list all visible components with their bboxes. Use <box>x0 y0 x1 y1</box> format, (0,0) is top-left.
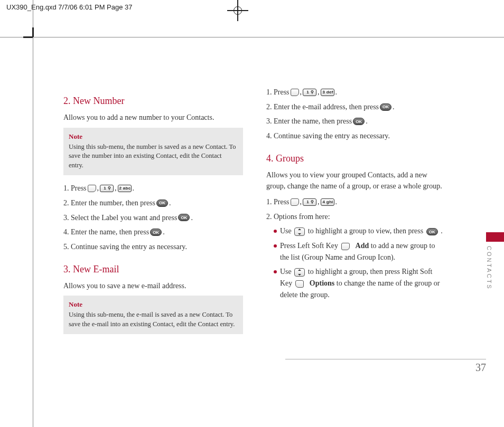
step: 1. Press , 1 ⚲ , 2 abc . <box>63 183 243 194</box>
step-text: 2. Options from here: <box>266 211 330 223</box>
nav-key-icon <box>294 227 305 236</box>
note-box: Note Using this sub-menu, the number is … <box>63 128 243 176</box>
page-number: 37 <box>285 359 486 374</box>
note-title: Note <box>69 300 238 309</box>
ok-key-icon: OK <box>150 229 162 236</box>
step-text: . <box>169 197 171 209</box>
step-text: 1. Press <box>266 87 290 98</box>
bullet-text: . <box>441 227 443 235</box>
column-left: 2. New Number Allows you to add a new nu… <box>63 84 243 341</box>
side-tab-label: CONTACTS <box>486 246 492 290</box>
bullet-icon <box>274 230 277 233</box>
section-heading-new-number: 2. New Number <box>63 94 243 109</box>
step-text: 3. Enter the name, then press <box>266 116 352 127</box>
step-text: . <box>133 183 135 194</box>
step-text: , <box>300 196 302 208</box>
step-text: , <box>318 87 320 98</box>
section-intro: Allows you to view your grouped Contacts… <box>266 169 446 192</box>
step-text: . <box>335 87 338 98</box>
page-content: 2. New Number Allows you to add a new nu… <box>63 84 465 341</box>
step: 3. Select the Label you want and press O… <box>63 212 243 224</box>
section-intro: Allows you to add a new number to your C… <box>63 112 243 124</box>
step: 4. Continue saving the entry as necessar… <box>266 130 446 142</box>
step: 2. Options from here: <box>266 211 446 223</box>
step-text: . <box>163 226 165 238</box>
column-right: 1. Press , 1 ⚲ , 3 def . 2. Enter the e-… <box>266 84 446 341</box>
step-text: . <box>366 116 368 127</box>
step-text: 4. Enter the name, then press <box>63 226 149 238</box>
ok-key-icon: OK <box>178 214 190 221</box>
ok-key-icon: OK <box>380 103 391 111</box>
key-1-icon: 1 ⚲ <box>303 89 316 96</box>
bullet-item: Use to highlight a group, then press Rig… <box>274 266 446 300</box>
step-text: . <box>191 212 193 224</box>
bullet-text: to change the name of the group or delet… <box>280 279 440 299</box>
note-title: Note <box>69 132 238 141</box>
ok-key-icon: OK <box>156 200 168 207</box>
right-soft-key-icon <box>295 280 304 288</box>
left-soft-key-icon <box>291 198 299 206</box>
section-heading-new-email: 3. New E-mail <box>63 262 243 277</box>
step-text: 5. Continue saving the entry as necessar… <box>63 241 187 253</box>
step-text: 2. Enter the number, then press <box>63 197 155 209</box>
trim-tick <box>23 36 33 38</box>
bullet-icon <box>274 244 277 248</box>
step: 2. Enter the number, then press OK . <box>63 197 243 209</box>
key-1-icon: 1 ⚲ <box>303 198 316 206</box>
registration-mark-icon <box>227 0 248 21</box>
side-tab-marker <box>486 232 504 242</box>
left-soft-key-icon <box>88 185 96 192</box>
step-text: , <box>115 183 117 194</box>
step: 2. Enter the e-mail address, then press … <box>266 101 446 113</box>
step-text: 2. Enter the e-mail address, then press <box>266 101 379 113</box>
step-text: . <box>393 101 395 113</box>
step-text: , <box>318 196 320 208</box>
bullet-icon <box>274 270 277 273</box>
step: 3. Enter the name, then press OK . <box>266 116 446 127</box>
nav-key-icon <box>294 268 305 277</box>
bullet-text: Use <box>280 227 293 235</box>
bullet-text: Press Left Soft Key <box>280 242 340 250</box>
key-1-icon: 1 ⚲ <box>100 185 114 192</box>
step-text: 1. Press <box>63 183 87 194</box>
step: 5. Continue saving the entry as necessar… <box>63 241 243 253</box>
bullet-text: Use <box>280 268 293 276</box>
step: 4. Enter the name, then press OK . <box>63 226 243 238</box>
bullet-bold: Add <box>356 242 369 250</box>
step-text: 4. Continue saving the entry as necessar… <box>266 130 390 142</box>
note-box: Note Using this sub-menu, the e-mail is … <box>63 296 243 334</box>
step-text: , <box>300 87 302 98</box>
trim-line-vertical <box>33 0 33 427</box>
step: 1. Press , 1 ⚲ , 3 def . <box>266 87 446 98</box>
ok-key-icon: OK <box>426 228 438 235</box>
note-body: Using this sub-menu, the number is saved… <box>69 143 238 170</box>
bullet-text: to highlight a group to view, then press <box>308 227 425 235</box>
step-text: 3. Select the Label you want and press <box>63 212 177 224</box>
step: 1. Press , 1 ⚲ , 4 ghi . <box>266 196 446 208</box>
trim-tick <box>32 27 34 37</box>
left-soft-key-icon <box>291 89 299 96</box>
step-text: . <box>335 196 338 208</box>
key-2-icon: 2 abc <box>118 185 132 192</box>
ok-key-icon: OK <box>353 118 365 125</box>
section-intro: Allows you to save a new e-mail address. <box>63 280 243 292</box>
step-text: 1. Press <box>266 196 290 208</box>
crop-mark-header: UX390_Eng.qxd 7/7/06 6:01 PM Page 37 <box>6 3 133 11</box>
step-text: , <box>97 183 99 194</box>
note-body: Using this sub-menu, the e-mail is saved… <box>69 310 238 329</box>
bullet-item: Use to highlight a group to view, then p… <box>274 225 446 237</box>
bullet-item: Press Left Soft Key Add to add a new gro… <box>274 240 446 263</box>
trim-line-horizontal <box>0 37 504 37</box>
side-tab: CONTACTS <box>486 232 504 290</box>
key-4-icon: 4 ghi <box>321 198 334 206</box>
key-3-icon: 3 def <box>321 89 334 96</box>
left-soft-key-icon <box>341 243 350 250</box>
bullet-bold: Options <box>310 279 334 287</box>
section-heading-groups: 4. Groups <box>266 151 446 166</box>
